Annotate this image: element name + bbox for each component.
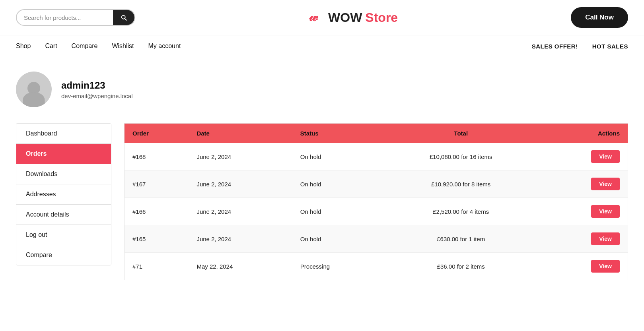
order-status: On hold: [292, 170, 383, 198]
col-actions: Actions: [539, 124, 628, 143]
order-date: June 2, 2024: [189, 170, 292, 198]
svg-text:𝓌: 𝓌: [309, 10, 319, 24]
order-number: #71: [125, 253, 189, 280]
search-button[interactable]: [113, 10, 134, 25]
sidebar-item-orders[interactable]: Orders: [16, 144, 111, 164]
nav-sales-offer[interactable]: SALES OFFER!: [532, 43, 578, 50]
sidebar: Dashboard Orders Downloads Addresses Acc…: [16, 123, 111, 265]
order-date: May 22, 2024: [189, 253, 292, 280]
view-button[interactable]: View: [591, 178, 620, 190]
col-total: Total: [383, 124, 539, 143]
col-status: Status: [292, 124, 383, 143]
call-now-button[interactable]: Call Now: [571, 7, 628, 28]
nav: Shop Cart Compare Wishlist My account SA…: [0, 35, 644, 57]
order-number: #168: [125, 143, 189, 170]
orders-table-body: #168 June 2, 2024 On hold £10,080.00 for…: [125, 143, 628, 280]
order-total: £2,520.00 for 4 items: [383, 198, 539, 225]
nav-right: SALES OFFER! HOT SALES: [532, 43, 628, 50]
search-input[interactable]: [17, 10, 113, 25]
logo[interactable]: 𝓌 WOWStore: [308, 8, 398, 28]
orders-table-container: Order Date Status Total Actions #168 Jun…: [124, 123, 628, 280]
view-button[interactable]: View: [591, 260, 620, 273]
view-button[interactable]: View: [591, 232, 620, 245]
table-row: #167 June 2, 2024 On hold £10,920.00 for…: [125, 170, 628, 198]
sidebar-item-logout[interactable]: Log out: [16, 225, 111, 245]
order-status: On hold: [292, 143, 383, 170]
col-order: Order: [125, 124, 189, 143]
logo-store-text: Store: [365, 10, 398, 25]
nav-cart[interactable]: Cart: [45, 43, 57, 50]
view-button[interactable]: View: [591, 205, 620, 218]
table-row: #165 June 2, 2024 On hold £630.00 for 1 …: [125, 225, 628, 253]
order-status: On hold: [292, 198, 383, 225]
order-date: June 2, 2024: [189, 225, 292, 253]
avatar: [16, 72, 52, 107]
order-number: #166: [125, 198, 189, 225]
table-row: #71 May 22, 2024 Processing £36.00 for 2…: [125, 253, 628, 280]
order-action: View: [539, 225, 628, 253]
profile-email: dev-email@wpengine.local: [61, 93, 133, 99]
order-action: View: [539, 198, 628, 225]
order-total: £10,920.00 for 8 items: [383, 170, 539, 198]
logo-icon: 𝓌: [308, 8, 325, 28]
search-bar: [16, 9, 135, 26]
table-row: #166 June 2, 2024 On hold £2,520.00 for …: [125, 198, 628, 225]
nav-compare[interactable]: Compare: [72, 43, 98, 50]
nav-myaccount[interactable]: My account: [148, 43, 181, 50]
logo-wow-text: WOW: [328, 10, 362, 25]
nav-shop[interactable]: Shop: [16, 43, 31, 50]
profile-info: admin123 dev-email@wpengine.local: [61, 80, 133, 99]
sidebar-item-dashboard[interactable]: Dashboard: [16, 124, 111, 144]
table-row: #168 June 2, 2024 On hold £10,080.00 for…: [125, 143, 628, 170]
order-date: June 2, 2024: [189, 143, 292, 170]
nav-hot-sales[interactable]: HOT SALES: [592, 43, 628, 50]
nav-left: Shop Cart Compare Wishlist My account: [16, 43, 181, 50]
sidebar-item-compare[interactable]: Compare: [16, 245, 111, 265]
orders-table: Order Date Status Total Actions #168 Jun…: [124, 123, 628, 280]
order-status: Processing: [292, 253, 383, 280]
sidebar-item-account-details[interactable]: Account details: [16, 205, 111, 225]
order-total: £10,080.00 for 16 items: [383, 143, 539, 170]
main-content: Dashboard Orders Downloads Addresses Acc…: [0, 115, 644, 296]
order-date: June 2, 2024: [189, 198, 292, 225]
avatar-body: [23, 92, 45, 107]
profile-name: admin123: [61, 80, 133, 91]
order-status: On hold: [292, 225, 383, 253]
orders-table-head: Order Date Status Total Actions: [125, 124, 628, 143]
view-button[interactable]: View: [591, 150, 620, 163]
order-action: View: [539, 170, 628, 198]
order-total: £36.00 for 2 items: [383, 253, 539, 280]
avatar-figure: [22, 79, 46, 107]
order-action: View: [539, 253, 628, 280]
col-date: Date: [189, 124, 292, 143]
header: 𝓌 WOWStore Call Now: [0, 0, 644, 35]
profile-section: admin123 dev-email@wpengine.local: [0, 57, 644, 115]
order-action: View: [539, 143, 628, 170]
nav-wishlist[interactable]: Wishlist: [112, 43, 134, 50]
order-number: #165: [125, 225, 189, 253]
order-total: £630.00 for 1 item: [383, 225, 539, 253]
orders-table-header-row: Order Date Status Total Actions: [125, 124, 628, 143]
sidebar-item-addresses[interactable]: Addresses: [16, 184, 111, 205]
order-number: #167: [125, 170, 189, 198]
sidebar-item-downloads[interactable]: Downloads: [16, 164, 111, 184]
